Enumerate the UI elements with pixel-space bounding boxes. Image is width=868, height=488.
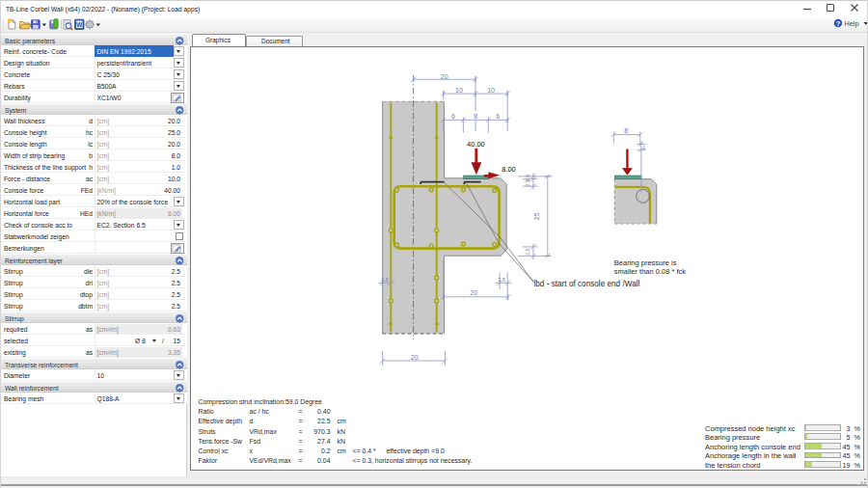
svg-text:20: 20 (411, 354, 419, 361)
svg-text:8: 8 (624, 127, 628, 134)
svg-text:2.5: 2.5 (525, 248, 530, 255)
svg-text:2.5: 2.5 (525, 179, 530, 186)
svg-text:1: 1 (643, 145, 646, 150)
svg-text:Bearing pressure is: Bearing pressure is (614, 258, 677, 267)
svg-text:10: 10 (487, 87, 495, 94)
svg-text:lbd - start of console end /Wa: lbd - start of console end /Wall (534, 280, 640, 288)
svg-text:25: 25 (533, 212, 540, 220)
svg-text:smaller than 0.08 * fck: smaller than 0.08 * fck (614, 267, 686, 276)
svg-text:8.00: 8.00 (502, 165, 516, 174)
svg-text:2.5: 2.5 (381, 277, 388, 283)
svg-text:6: 6 (451, 113, 455, 120)
svg-text:40.00: 40.00 (467, 140, 485, 149)
svg-text:10: 10 (455, 87, 463, 94)
svg-text:20: 20 (470, 289, 477, 296)
svg-text:Help: Help (845, 19, 859, 28)
svg-text:20: 20 (441, 73, 448, 80)
svg-text:2.5: 2.5 (499, 277, 505, 283)
svg-text:6: 6 (496, 113, 500, 120)
svg-text:W: W (76, 21, 83, 28)
svg-text:8: 8 (474, 113, 477, 120)
svg-text:?: ? (836, 19, 841, 28)
